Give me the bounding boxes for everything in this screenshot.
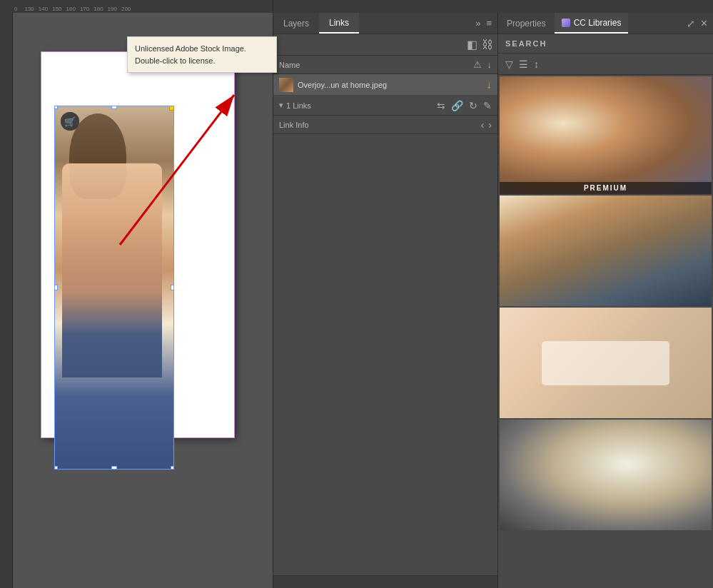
expand-arrow[interactable]: ▾ bbox=[279, 101, 283, 110]
stock-image-4[interactable] bbox=[500, 420, 712, 530]
premium-label: PREMIUM bbox=[500, 182, 712, 194]
stock-image-1[interactable]: PREMIUM bbox=[500, 76, 712, 194]
link-info-content bbox=[273, 134, 497, 575]
right-tabs-row: Properties CC Libraries ⤢ × bbox=[498, 13, 713, 34]
handle-top-mid[interactable] bbox=[111, 106, 117, 109]
tab-cc-libraries[interactable]: CC Libraries bbox=[555, 13, 629, 34]
prev-link-icon[interactable]: ‹ bbox=[481, 119, 485, 131]
name-column-label: Name bbox=[279, 61, 473, 69]
links-count-label: 1 Links bbox=[286, 101, 311, 110]
sort-icon[interactable]: ↕ bbox=[534, 59, 539, 70]
handle-bottom-left[interactable] bbox=[54, 466, 58, 470]
warning-header-icon: ⚠ bbox=[473, 59, 482, 70]
links-panel: Layers Links » ≡ ◧ ⛓ Name bbox=[273, 13, 498, 588]
expand-panel-icon[interactable]: ⤢ bbox=[687, 18, 695, 29]
filter-icon[interactable]: ▽ bbox=[505, 59, 513, 70]
links-sub-toolbar: ▾ 1 Links ⇆ 🔗 ↻ ✎ bbox=[273, 96, 497, 116]
panel-menu-icon[interactable]: ≡ bbox=[486, 18, 492, 29]
link-info-label: Link Info bbox=[279, 121, 481, 129]
shopping-cart-icon: 🛒 bbox=[61, 112, 79, 131]
link-chain-icon[interactable]: ⛓ bbox=[482, 39, 493, 51]
image-frame[interactable]:  🛒 bbox=[54, 106, 174, 470]
edit-original-icon[interactable]: ✎ bbox=[483, 100, 492, 111]
handle-left-mid[interactable] bbox=[54, 285, 58, 290]
stock-images-grid: PREMIUM bbox=[498, 75, 713, 588]
overflow-icon[interactable]: » bbox=[475, 18, 480, 29]
handle-bottom-right[interactable] bbox=[171, 466, 174, 470]
status-header-icon: ↓ bbox=[487, 59, 492, 70]
canvas-area:  🛒 bbox=[0, 13, 273, 588]
vertical-ruler bbox=[0, 13, 13, 588]
stock-image-2[interactable] bbox=[500, 196, 712, 306]
link-filename: Overjoy...un at home.jpeg bbox=[298, 81, 482, 89]
right-panels: Properties CC Libraries ⤢ × SEARCH ▽ bbox=[498, 13, 713, 588]
link-info-section: Link Info ‹ › bbox=[273, 116, 497, 134]
panel-bottom-bar bbox=[273, 575, 497, 588]
link-item-row[interactable]: Overjoy...un at home.jpeg ↓ bbox=[273, 74, 497, 96]
search-area: SEARCH bbox=[498, 34, 713, 54]
handle-yellow[interactable] bbox=[169, 106, 174, 111]
tab-properties[interactable]: Properties bbox=[498, 13, 555, 34]
link-goto-icon[interactable]: 🔗 bbox=[451, 100, 463, 111]
links-column-header: Name ⚠ ↓ bbox=[273, 56, 497, 74]
stock-image-3[interactable] bbox=[500, 308, 712, 418]
filter-row: ▽ ☰ ↕ bbox=[498, 54, 713, 75]
layers-icon[interactable]: ◧ bbox=[467, 38, 477, 51]
tab-links[interactable]: Links bbox=[319, 13, 359, 34]
next-link-icon[interactable]: › bbox=[488, 119, 492, 131]
horizontal-ruler-left: 0 130 140 150 160 170 180 190 200 bbox=[0, 0, 273, 13]
tab-layers[interactable]: Layers bbox=[273, 13, 319, 34]
list-view-icon[interactable]: ☰ bbox=[519, 59, 528, 70]
handle-top-left[interactable] bbox=[54, 106, 58, 109]
update-icon[interactable]: ↻ bbox=[469, 100, 477, 111]
close-panel-icon[interactable]: × bbox=[701, 17, 707, 30]
page-canvas:  🛒 bbox=[41, 52, 234, 437]
handle-bottom-mid[interactable] bbox=[111, 466, 117, 470]
relink-icon[interactable]: ⇆ bbox=[437, 100, 445, 111]
handle-right-mid[interactable] bbox=[171, 285, 174, 290]
link-thumbnail bbox=[279, 78, 293, 92]
license-status-icon[interactable]: ↓ bbox=[486, 78, 492, 91]
panel-tabs-row: Layers Links » ≡ bbox=[273, 13, 497, 34]
stock-photo-preview bbox=[55, 106, 173, 469]
search-label: SEARCH bbox=[505, 39, 547, 48]
